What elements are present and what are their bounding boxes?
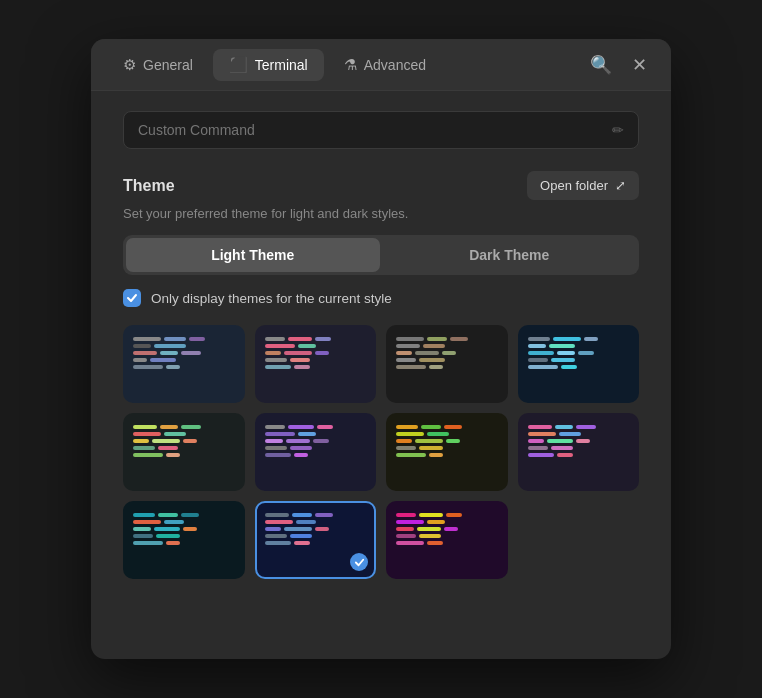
- theme-preview-8: [528, 423, 630, 459]
- tab-advanced[interactable]: ⚗ Advanced: [328, 49, 442, 81]
- theme-card-9[interactable]: [123, 501, 245, 579]
- theme-card-1[interactable]: [123, 325, 245, 403]
- theme-card-8[interactable]: [518, 413, 640, 491]
- theme-preview-4: [528, 335, 630, 371]
- open-folder-button[interactable]: Open folder ⤢: [527, 171, 639, 200]
- theme-toggle: Light Theme Dark Theme: [123, 235, 639, 275]
- theme-card-10[interactable]: [255, 501, 377, 579]
- theme-preview-10: [265, 511, 367, 547]
- checkbox-label: Only display themes for the current styl…: [151, 291, 392, 306]
- theme-preview-6: [265, 423, 367, 459]
- theme-card-11[interactable]: [386, 501, 508, 579]
- selected-checkmark: [350, 553, 368, 571]
- theme-description: Set your preferred theme for light and d…: [123, 206, 639, 221]
- theme-card-2[interactable]: [255, 325, 377, 403]
- tab-general[interactable]: ⚙ General: [107, 49, 209, 81]
- close-button[interactable]: ✕: [624, 48, 655, 82]
- light-theme-button[interactable]: Light Theme: [126, 238, 380, 272]
- tab-terminal[interactable]: ⬛ Terminal: [213, 49, 324, 81]
- checkbox-row: Only display themes for the current styl…: [123, 289, 639, 307]
- tab-terminal-label: Terminal: [255, 57, 308, 73]
- theme-card-7[interactable]: [386, 413, 508, 491]
- checkmark-icon: [126, 292, 138, 304]
- flask-icon: ⚗: [344, 56, 357, 74]
- theme-preview-9: [133, 511, 235, 547]
- gear-icon: ⚙: [123, 56, 136, 74]
- theme-label: Theme: [123, 177, 175, 195]
- custom-command-input[interactable]: [138, 122, 612, 138]
- theme-section-header: Theme Open folder ⤢: [123, 171, 639, 200]
- settings-dialog: ⚙ General ⬛ Terminal ⚗ Advanced 🔍 ✕ ✏ Th…: [91, 39, 671, 659]
- theme-preview-1: [133, 335, 235, 371]
- theme-card-6[interactable]: [255, 413, 377, 491]
- dark-theme-button[interactable]: Dark Theme: [383, 238, 637, 272]
- theme-card-3[interactable]: [386, 325, 508, 403]
- current-style-checkbox[interactable]: [123, 289, 141, 307]
- tab-advanced-label: Advanced: [364, 57, 426, 73]
- edit-icon: ✏: [612, 122, 624, 138]
- theme-grid: [123, 325, 639, 579]
- theme-preview-11: [396, 511, 498, 547]
- theme-preview-7: [396, 423, 498, 459]
- custom-command-wrap: ✏: [123, 111, 639, 149]
- content-area: ✏ Theme Open folder ⤢ Set your preferred…: [91, 91, 671, 659]
- theme-preview-3: [396, 335, 498, 371]
- title-bar: ⚙ General ⬛ Terminal ⚗ Advanced 🔍 ✕: [91, 39, 671, 91]
- theme-card-5[interactable]: [123, 413, 245, 491]
- search-button[interactable]: 🔍: [582, 48, 620, 82]
- theme-card-4[interactable]: [518, 325, 640, 403]
- external-link-icon: ⤢: [615, 178, 626, 193]
- theme-preview-2: [265, 335, 367, 371]
- terminal-icon: ⬛: [229, 56, 248, 74]
- tab-general-label: General: [143, 57, 193, 73]
- open-folder-label: Open folder: [540, 178, 608, 193]
- theme-preview-5: [133, 423, 235, 459]
